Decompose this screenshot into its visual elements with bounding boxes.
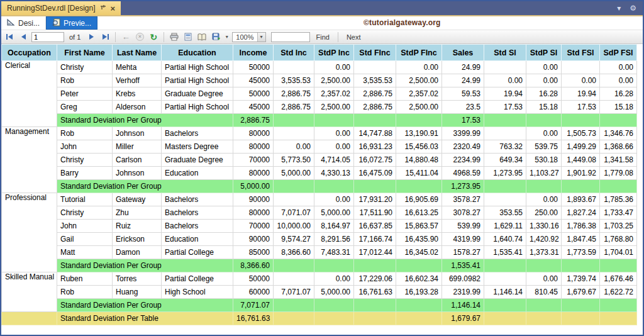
gear-icon[interactable]: ⚙: [630, 4, 636, 13]
table-cell: 2,500.00: [396, 101, 442, 114]
table-cell: 3399.99: [442, 127, 484, 140]
table-cell: 1,679.67: [562, 286, 600, 299]
back-button[interactable]: ←: [120, 31, 131, 43]
table-cell: 0.00: [274, 140, 314, 154]
tab-preview-label: Previe...: [64, 19, 91, 28]
table-cell: [562, 299, 600, 312]
report-toolbar: of 1 ← × ↻ ▾ 100% ▾ Find Next: [1, 30, 643, 44]
page-number-input[interactable]: [31, 32, 64, 42]
tab-design[interactable]: Desi...: [1, 16, 46, 30]
table-cell: 4319.99: [442, 233, 484, 246]
print-layout-button[interactable]: [182, 31, 194, 43]
table-cell: [526, 299, 562, 312]
table-cell: 353.55: [484, 206, 526, 220]
zoom-select[interactable]: 100% ▾: [232, 32, 265, 42]
find-input[interactable]: [271, 32, 310, 42]
table-cell: 13,190.91: [396, 127, 442, 140]
refresh-button[interactable]: ↻: [148, 31, 159, 43]
table-cell: 80000: [233, 167, 274, 180]
chevron-down-icon[interactable]: ▾: [617, 4, 621, 13]
table-cell: [314, 312, 354, 325]
close-icon[interactable]: ×: [111, 4, 116, 13]
zoom-dropdown-arrow[interactable]: ▾: [257, 33, 265, 42]
table-cell: [526, 259, 562, 272]
table-cell: 1,346.76: [600, 127, 637, 140]
table-cell: 70000: [233, 154, 274, 167]
report-table: OccupationFirst NameLast NameEducationIn…: [1, 44, 637, 325]
table-cell: Carlson: [113, 154, 162, 167]
table-cell: 2319.99: [442, 286, 484, 299]
table-cell: 1,146.14: [484, 286, 526, 299]
page-count-label: of 1: [67, 33, 83, 41]
report-preview-area: OccupationFirst NameLast NameEducationIn…: [1, 44, 643, 335]
titlebar-controls: ▾ ⚙: [617, 1, 643, 15]
column-header: Last Name: [113, 45, 162, 61]
report-table-body: ClericalChristyMehtaPartial High School5…: [2, 61, 637, 325]
table-cell: 1,768.80: [600, 233, 637, 246]
table-cell: 539.75: [526, 140, 562, 154]
table-row: JohnMillerMasters Degree800000.000.0016,…: [2, 140, 637, 154]
table-cell: [354, 180, 396, 193]
table-cell: 19.94: [484, 87, 526, 101]
table-cell: Gail: [57, 233, 113, 246]
table-cell: 0.00: [526, 127, 562, 140]
table-cell: 0.00: [314, 127, 354, 140]
table-cell: 810.45: [526, 286, 562, 299]
page-setup-button[interactable]: [196, 31, 208, 43]
find-next-button[interactable]: Next: [343, 33, 365, 41]
table-cell: 8,164.97: [314, 220, 354, 233]
table-cell: Bachelors: [162, 193, 233, 206]
group-footer-row: Standard Deviation Per Group7,071.071,14…: [2, 299, 637, 312]
table-cell: 1,273.95: [484, 167, 526, 180]
column-header: StdP Sl: [526, 45, 562, 61]
table-cell: Erickson: [113, 233, 162, 246]
document-tab[interactable]: RunningStDev.rdl [Design] ×: [1, 1, 121, 15]
table-cell: 10,000.00: [274, 220, 314, 233]
tab-preview[interactable]: Previe...: [46, 16, 97, 30]
table-cell: 2234.99: [442, 154, 484, 167]
table-row: ChristyCarlsonGraduate Degree700005,773.…: [2, 154, 637, 167]
table-cell: Torres: [113, 272, 162, 286]
previous-page-button[interactable]: [18, 31, 29, 43]
table-cell: Graduate Degree: [162, 87, 233, 101]
print-button[interactable]: [169, 31, 180, 43]
group-footer-row: Standard Deviation Per Group2,886.7517.5…: [2, 114, 637, 127]
next-page-button[interactable]: [86, 31, 97, 43]
table-cell: Education: [162, 167, 233, 180]
find-button[interactable]: Find: [313, 33, 333, 41]
group-footer-row: Standard Deviation Per Group5,000.001,27…: [2, 180, 637, 193]
table-cell: [274, 312, 314, 325]
table-cell: [484, 180, 526, 193]
table-cell: 17,012.44: [354, 246, 396, 259]
table-cell: Rob: [57, 286, 113, 299]
table-cell: Huang: [113, 286, 162, 299]
table-cell: 90000: [233, 233, 274, 246]
table-cell: Peter: [57, 87, 113, 101]
table-cell: 7,071.07: [274, 286, 314, 299]
table-cell: [274, 299, 314, 312]
last-page-button[interactable]: [99, 31, 111, 43]
table-cell: Masters Degree: [162, 140, 233, 154]
export-button[interactable]: [210, 31, 221, 43]
table-cell: [314, 180, 354, 193]
group-income-sd: 8,366.60: [233, 259, 274, 272]
table-cell: 2,886.75: [354, 87, 396, 101]
pin-icon[interactable]: [100, 4, 106, 13]
group-footer-row: Standard Deviation Per Group8,366.601,53…: [2, 259, 637, 272]
table-row: GregAldersonPartial High School450002,88…: [2, 101, 637, 114]
toolbar-separator: [338, 32, 338, 42]
table-cell: 4968.59: [442, 167, 484, 180]
table-row: GailEricksonEducation900009,574.278,291.…: [2, 233, 637, 246]
stop-button[interactable]: ×: [134, 31, 145, 43]
table-cell: 1,368.66: [600, 140, 637, 154]
column-header: StdP Inc: [314, 45, 354, 61]
table-cell: [484, 259, 526, 272]
table-cell: 1,704.01: [600, 246, 637, 259]
group-sales-sd: 1,535.41: [442, 259, 484, 272]
export-dropdown-arrow[interactable]: ▾: [224, 31, 230, 43]
table-cell: 17,511.90: [354, 206, 396, 220]
table-cell: 16,072.75: [354, 154, 396, 167]
first-page-button[interactable]: [4, 31, 15, 43]
table-cell: 699.0982: [442, 272, 484, 286]
table-cell: [562, 259, 600, 272]
